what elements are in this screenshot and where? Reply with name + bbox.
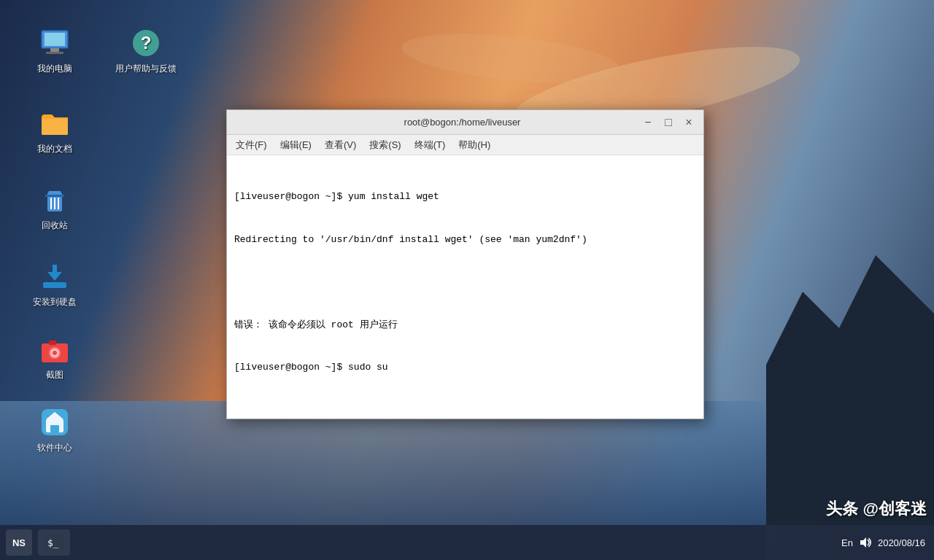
desktop-icon-my-computer[interactable]: 我的电脑 [22, 26, 88, 75]
terminal-title: root@bogon:/home/liveuser [285, 117, 639, 128]
install-icon [37, 259, 72, 294]
watermark: 头条 @创客迷 [826, 498, 927, 520]
terminal-titlebar[interactable]: root@bogon:/home/liveuser − □ × [227, 110, 703, 135]
terminal-window: root@bogon:/home/liveuser − □ × 文件(F) 编辑… [226, 109, 704, 419]
desktop-icon-software-label: 软件中心 [37, 443, 72, 454]
svg-text:?: ? [141, 33, 152, 52]
svg-text:$_: $_ [47, 537, 59, 548]
svg-rect-7 [42, 119, 68, 135]
desktop-icon-install-label: 安装到硬盘 [33, 297, 77, 308]
desktop-icon-help[interactable]: ? 用户帮助与反馈 [113, 26, 179, 75]
minimize-button[interactable]: − [639, 114, 657, 131]
terminal-taskbar-button[interactable]: $_ [38, 529, 70, 556]
monitor-icon [37, 26, 72, 61]
desktop-icon-documents[interactable]: 我的文档 [22, 106, 88, 155]
terminal-menubar: 文件(F) 编辑(E) 查看(V) 搜索(S) 终端(T) 帮助(H) [227, 135, 703, 155]
desktop-icon-screenshot[interactable]: 截图 [22, 332, 88, 381]
term-line-1: [liveuser@bogon ~]$ yum install wget [234, 190, 696, 204]
desktop-icon-my-computer-label: 我的电脑 [37, 63, 72, 75]
svg-rect-19 [49, 341, 56, 345]
desktop-icon-install[interactable]: 安装到硬盘 [22, 259, 88, 308]
menu-search[interactable]: 搜索(S) [363, 137, 406, 153]
taskbar: NS $_ En 2020/08/16 [0, 525, 934, 560]
folder-icon [37, 106, 72, 141]
menu-help[interactable]: 帮助(H) [452, 137, 496, 153]
menu-edit[interactable]: 编辑(E) [274, 137, 317, 153]
svg-rect-12 [45, 195, 64, 197]
term-line-6 [234, 403, 696, 418]
taskbar-left: NS $_ [0, 529, 70, 556]
svg-rect-3 [46, 52, 63, 54]
volume-tray[interactable] [859, 536, 872, 549]
svg-rect-2 [50, 48, 59, 52]
svg-rect-24 [50, 425, 59, 432]
term-line-5: [liveuser@bogon ~]$ sudo su [234, 360, 696, 375]
menu-terminal[interactable]: 终端(T) [409, 137, 452, 153]
menu-view[interactable]: 查看(V) [319, 137, 362, 153]
desktop-icon-screenshot-label: 截图 [46, 370, 63, 381]
volume-icon [859, 536, 872, 549]
terminal-window-controls: − □ × [639, 114, 698, 131]
desktop-icon-software[interactable]: 软件中心 [22, 405, 88, 454]
close-button[interactable]: × [680, 114, 698, 131]
svg-rect-13 [43, 282, 66, 288]
menu-file[interactable]: 文件(F) [230, 137, 273, 153]
datetime-label: 2020/08/16 [878, 537, 925, 548]
terminal-icon: $_ [44, 534, 64, 551]
svg-point-20 [53, 351, 57, 355]
svg-marker-27 [860, 537, 866, 548]
ns-app-button[interactable]: NS [6, 529, 32, 556]
datetime-tray[interactable]: 2020/08/16 [878, 537, 925, 548]
svg-rect-15 [53, 265, 57, 275]
camera-icon [37, 332, 72, 367]
language-tray[interactable]: En [841, 537, 853, 548]
term-line-3 [234, 275, 696, 289]
ns-label: NS [12, 537, 26, 548]
taskbar-right: En 2020/08/16 [841, 536, 934, 549]
terminal-content[interactable]: [liveuser@bogon ~]$ yum install wget Red… [227, 155, 703, 419]
help-icon: ? [128, 26, 163, 61]
desktop-icon-recycle[interactable]: 回收站 [22, 182, 88, 232]
term-line-4: 错误： 该命令必须以 root 用户运行 [234, 318, 696, 332]
desktop-icon-documents-label: 我的文档 [37, 144, 72, 155]
desktop-icon-recycle-label: 回收站 [42, 220, 68, 232]
recycle-icon [37, 182, 72, 217]
term-line-2: Redirecting to '/usr/bin/dnf install wge… [234, 233, 696, 247]
maximize-button[interactable]: □ [660, 114, 677, 131]
desktop-icon-help-label: 用户帮助与反馈 [115, 63, 177, 75]
language-label: En [841, 537, 853, 548]
svg-rect-1 [45, 33, 65, 46]
store-icon [37, 405, 72, 440]
